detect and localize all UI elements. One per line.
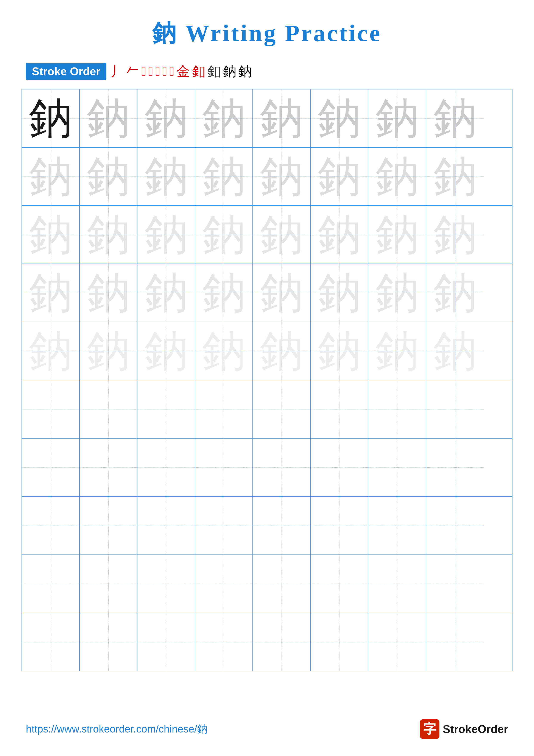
grid-cell-6-5[interactable] — [253, 380, 311, 438]
grid-cell-7-4[interactable] — [195, 439, 253, 496]
grid-cell-4-2[interactable]: 鈉 — [80, 264, 138, 322]
grid-cell-5-8[interactable]: 鈉 — [426, 322, 484, 380]
grid-cell-10-6[interactable] — [311, 613, 369, 671]
grid-cell-8-2[interactable] — [80, 497, 138, 554]
grid-cell-2-5[interactable]: 鈉 — [253, 148, 311, 205]
grid-cell-10-5[interactable] — [253, 613, 311, 671]
grid-cell-10-4[interactable] — [195, 613, 253, 671]
grid-cell-9-8[interactable] — [426, 555, 484, 613]
grid-cell-1-5[interactable]: 鈉 — [253, 90, 311, 147]
grid-cell-1-3[interactable]: 鈉 — [138, 90, 195, 147]
grid-cell-8-7[interactable] — [369, 497, 426, 554]
grid-cell-6-2[interactable] — [80, 380, 138, 438]
grid-cell-10-1[interactable] — [22, 613, 80, 671]
grid-cell-7-3[interactable] — [138, 439, 195, 496]
grid-cell-9-2[interactable] — [80, 555, 138, 613]
grid-cell-7-5[interactable] — [253, 439, 311, 496]
grid-cell-2-2[interactable]: 鈉 — [80, 148, 138, 205]
grid-cell-7-1[interactable] — [22, 439, 80, 496]
grid-cell-4-7[interactable]: 鈉 — [369, 264, 426, 322]
grid-cell-2-6[interactable]: 鈉 — [311, 148, 369, 205]
grid-row-6 — [22, 380, 512, 439]
grid-cell-1-2[interactable]: 鈉 — [80, 90, 138, 147]
grid-cell-8-4[interactable] — [195, 497, 253, 554]
grid-cell-8-3[interactable] — [138, 497, 195, 554]
stroke-9: 釦 — [192, 62, 205, 80]
grid-row-4: 鈉 鈉 鈉 鈉 鈉 鈉 鈉 鈉 — [22, 264, 512, 322]
grid-cell-2-4[interactable]: 鈉 — [195, 148, 253, 205]
grid-cell-2-3[interactable]: 鈉 — [138, 148, 195, 205]
grid-cell-4-6[interactable]: 鈉 — [311, 264, 369, 322]
grid-cell-1-6[interactable]: 鈉 — [311, 90, 369, 147]
grid-cell-3-1[interactable]: 鈉 — [22, 206, 80, 263]
grid-cell-6-6[interactable] — [311, 380, 369, 438]
grid-cell-10-2[interactable] — [80, 613, 138, 671]
char-light: 鈉 — [260, 213, 303, 256]
grid-cell-3-4[interactable]: 鈉 — [195, 206, 253, 263]
grid-cell-9-7[interactable] — [369, 555, 426, 613]
grid-cell-5-6[interactable]: 鈉 — [311, 322, 369, 380]
grid-cell-5-1[interactable]: 鈉 — [22, 322, 80, 380]
grid-cell-9-3[interactable] — [138, 555, 195, 613]
char-light: 鈉 — [260, 330, 303, 373]
grid-cell-8-5[interactable] — [253, 497, 311, 554]
char-light: 鈉 — [375, 97, 419, 140]
char-light: 鈉 — [318, 213, 361, 256]
char-light: 鈉 — [144, 155, 188, 198]
grid-cell-6-4[interactable] — [195, 380, 253, 438]
grid-cell-9-6[interactable] — [311, 555, 369, 613]
grid-cell-4-4[interactable]: 鈉 — [195, 264, 253, 322]
grid-cell-6-8[interactable] — [426, 380, 484, 438]
grid-cell-5-4[interactable]: 鈉 — [195, 322, 253, 380]
char-light: 鈉 — [144, 330, 188, 373]
grid-cell-3-5[interactable]: 鈉 — [253, 206, 311, 263]
grid-cell-6-7[interactable] — [369, 380, 426, 438]
grid-cell-7-2[interactable] — [80, 439, 138, 496]
grid-cell-3-2[interactable]: 鈉 — [80, 206, 138, 263]
grid-cell-3-8[interactable]: 鈉 — [426, 206, 484, 263]
grid-cell-2-1[interactable]: 鈉 — [22, 148, 80, 205]
grid-cell-1-8[interactable]: 鈉 — [426, 90, 484, 147]
grid-cell-8-1[interactable] — [22, 497, 80, 554]
grid-cell-10-8[interactable] — [426, 613, 484, 671]
grid-row-1: 鈉 鈉 鈉 鈉 鈉 鈉 鈉 鈉 — [22, 90, 512, 148]
grid-cell-1-1[interactable]: 鈉 — [22, 90, 80, 147]
grid-cell-7-7[interactable] — [369, 439, 426, 496]
grid-cell-4-5[interactable]: 鈉 — [253, 264, 311, 322]
grid-cell-5-2[interactable]: 鈉 — [80, 322, 138, 380]
grid-cell-5-3[interactable]: 鈉 — [138, 322, 195, 380]
grid-cell-2-7[interactable]: 鈉 — [369, 148, 426, 205]
footer-link[interactable]: https://www.strokeorder.com/chinese/鈉 — [26, 722, 207, 736]
grid-cell-6-1[interactable] — [22, 380, 80, 438]
grid-cell-4-3[interactable]: 鈉 — [138, 264, 195, 322]
grid-cell-2-8[interactable]: 鈉 — [426, 148, 484, 205]
grid-cell-6-3[interactable] — [138, 380, 195, 438]
grid-cell-5-7[interactable]: 鈉 — [369, 322, 426, 380]
grid-cell-9-5[interactable] — [253, 555, 311, 613]
grid-cell-1-7[interactable]: 鈉 — [369, 90, 426, 147]
grid-cell-8-8[interactable] — [426, 497, 484, 554]
grid-cell-10-3[interactable] — [138, 613, 195, 671]
grid-cell-3-3[interactable]: 鈉 — [138, 206, 195, 263]
grid-cell-5-5[interactable]: 鈉 — [253, 322, 311, 380]
grid-cell-8-6[interactable] — [311, 497, 369, 554]
grid-cell-3-6[interactable]: 鈉 — [311, 206, 369, 263]
grid-cell-10-7[interactable] — [369, 613, 426, 671]
grid-cell-9-4[interactable] — [195, 555, 253, 613]
char-light: 鈉 — [433, 97, 476, 140]
char-light: 鈉 — [202, 330, 245, 373]
grid-cell-1-4[interactable]: 鈉 — [195, 90, 253, 147]
char-light: 鈉 — [144, 271, 188, 314]
char-light: 鈉 — [87, 97, 130, 140]
grid-cell-7-6[interactable] — [311, 439, 369, 496]
page-title: 鈉 Writing Practice — [0, 0, 534, 49]
logo-icon: 字 — [420, 719, 440, 739]
char-light: 鈉 — [87, 330, 130, 373]
grid-cell-7-8[interactable] — [426, 439, 484, 496]
grid-cell-9-1[interactable] — [22, 555, 80, 613]
grid-cell-4-8[interactable]: 鈉 — [426, 264, 484, 322]
footer: https://www.strokeorder.com/chinese/鈉 字 … — [0, 719, 534, 739]
grid-cell-4-1[interactable]: 鈉 — [22, 264, 80, 322]
stroke-7: 𠂐 — [169, 64, 174, 79]
grid-cell-3-7[interactable]: 鈉 — [369, 206, 426, 263]
